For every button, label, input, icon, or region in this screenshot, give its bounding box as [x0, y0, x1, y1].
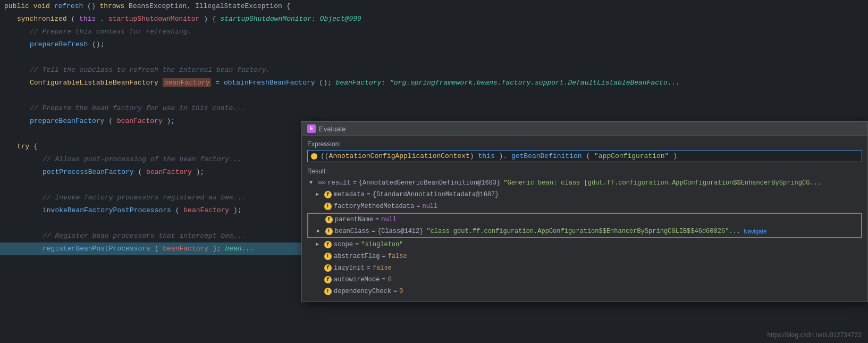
expression-dot-icon: [311, 153, 317, 160]
method-refresh: refresh: [54, 2, 83, 10]
evaluate-dialog: E Evaluate Expression: ((AnnotationConfi…: [301, 121, 868, 302]
result-scope-expand[interactable]: [316, 239, 322, 250]
field-icon-autowiremode: f: [324, 276, 332, 283]
dialog-titlebar: E Evaluate: [302, 122, 867, 136]
keyword-void: void: [33, 2, 50, 10]
field-icon-dependencycheck: f: [324, 288, 332, 295]
evaluate-icon: E: [307, 124, 316, 133]
result-metadata-expand[interactable]: [316, 189, 322, 200]
navigate-link[interactable]: Navigate: [744, 225, 766, 237]
result-beanclass-expand[interactable]: [317, 225, 323, 237]
code-line-7: ConfigurableListableBeanFactory beanFact…: [0, 77, 868, 89]
result-beanclass-row: f beanClass = {Class@1412} "class gdut.f…: [308, 225, 861, 237]
code-line-5: [0, 51, 868, 64]
expression-input[interactable]: ((AnnotationConfigApplicationContext) th…: [307, 150, 862, 162]
result-tree: ∞∞ result = {AnnotatedGenericBeanDefinit…: [307, 177, 862, 297]
result-dependencycheck-row: f dependencyCheck = 0: [307, 286, 862, 297]
result-factorymethod-row: f factoryMethodMetadata = null: [307, 200, 862, 212]
result-root-expand[interactable]: [309, 177, 316, 189]
result-parentname-row: f parentName = null: [308, 214, 861, 225]
dialog-title: Evaluate: [319, 125, 346, 133]
code-line-8: [0, 89, 868, 102]
result-root-row: ∞∞ result = {AnnotatedGenericBeanDefinit…: [307, 177, 862, 189]
field-icon-scope: f: [324, 241, 332, 248]
field-icon-abstractflag: f: [324, 253, 332, 260]
code-line-4: prepareRefresh ();: [0, 38, 868, 51]
field-icon-parentname: f: [325, 216, 333, 223]
expression-label: Expression:: [307, 140, 862, 148]
code-line-3: // Prepare this context for refreshing.: [0, 26, 868, 38]
code-line-1: public void refresh () throws BeansExcep…: [0, 0, 868, 13]
result-autowiremode-row: f autowireMode = 0: [307, 274, 862, 286]
watermark: https://blog.csdn.net/u012734723: [768, 331, 862, 339]
code-line-6: // Tell the subclass to refresh the inte…: [0, 64, 868, 77]
code-line-2: synchronized ( this . startupShutdownMon…: [0, 13, 868, 26]
keyword-public: public: [4, 2, 29, 10]
result-abstractflag-row: f abstractFlag = false: [307, 250, 862, 262]
result-scope-row: f scope = "singleton": [307, 239, 862, 250]
field-icon-factorymethod: f: [324, 203, 332, 210]
result-metadata-row: f metadata = {StandardAnnotationMetadata…: [307, 189, 862, 200]
expression-text: ((AnnotationConfigApplicationContext) th…: [321, 152, 677, 160]
red-border-group: f parentName = null f beanClass = {Class…: [307, 213, 862, 238]
result-lazyinit-row: f lazyInit = false: [307, 262, 862, 274]
field-icon-beanclass: f: [325, 228, 333, 235]
field-icon-metadata: f: [324, 191, 332, 198]
result-label: Result:: [307, 168, 862, 175]
field-icon-lazyinit: f: [324, 264, 332, 272]
dialog-body: Expression: ((AnnotationConfigApplicatio…: [302, 136, 867, 302]
code-line-9: // Prepare the bean factory for use in t…: [0, 102, 868, 115]
